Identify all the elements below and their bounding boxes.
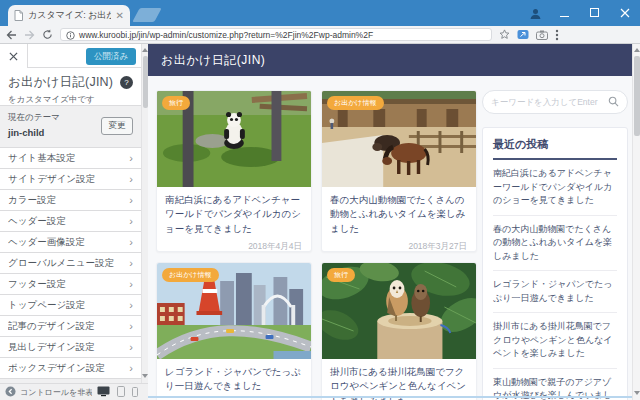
change-theme-button[interactable]: 変更 (101, 117, 133, 135)
recent-post-link[interactable]: 南紀白浜にあるアドベンチャーワールドでパンダやイルカのショーを見てきました (493, 160, 617, 216)
post-badge[interactable]: お出かけ情報 (327, 96, 384, 110)
blog-search-box[interactable] (482, 90, 628, 114)
recent-post-link[interactable]: レゴランド・ジャパンでたっぷり一日遊んできました (493, 271, 617, 313)
menu-item-heading-design[interactable]: 見出しデザイン設定 (0, 337, 141, 358)
post-card-ouchiyama-zoo[interactable]: お出かけ情報 春の大内山動物園でたくさんの動物とふれあいタイムを楽しみました 2… (321, 90, 477, 252)
site-header-title[interactable]: お出かけ日記(JIN) (161, 52, 265, 69)
reload-icon[interactable] (42, 29, 53, 40)
post-title[interactable]: 南紀白浜にあるアドベンチャーワールドでパンダやイルカのショーを見てきました (157, 187, 311, 238)
post-badge[interactable]: 旅行 (162, 96, 190, 110)
mobile-preview-icon[interactable] (132, 383, 138, 400)
post-image-legoland: お出かけ情報 (157, 263, 311, 359)
url-field[interactable]: www.kuroobi.jp/jin/wp-admin/customize.ph… (60, 28, 492, 41)
preview-scrollbar[interactable] (632, 44, 640, 400)
post-date: 2018年4月4日 (157, 238, 311, 252)
search-icon[interactable] (608, 93, 619, 111)
camera-extension-icon[interactable] (536, 30, 548, 40)
customizer-header: お出かけ日記(JIN) をカスタマイズ中です ? (0, 68, 141, 106)
minimize-button[interactable] (550, 0, 580, 26)
post-image-owls: 旅行 (322, 263, 476, 359)
customizer-footer-bar: コントロールを非表示 (0, 383, 148, 400)
search-input[interactable] (491, 97, 604, 107)
maximize-button[interactable] (580, 0, 610, 26)
post-title[interactable]: 春の大内山動物園でたくさんの動物とふれあいタイムを楽しみました (322, 187, 476, 238)
preview-bottom-divider (148, 396, 632, 398)
post-title[interactable]: 掛川市にある掛川花鳥園でフクロウやペンギンと色んなイベントを楽しみました (322, 359, 476, 400)
post-image-ponies: お出かけ情報 (322, 91, 476, 187)
post-card-legoland[interactable]: お出かけ情報 レゴランド・ジャパンでたっぷり一日遊んできました (156, 262, 312, 400)
bookmark-star-icon[interactable] (499, 29, 510, 40)
recent-post-link[interactable]: 掛川市にある掛川花鳥園でフクロウやペンギンと色んなイベントを楽しみました (493, 313, 617, 369)
menu-item-site-design[interactable]: サイトデザイン設定 (0, 169, 141, 190)
url-text: www.kuroobi.jp/jin/wp-admin/customize.ph… (79, 30, 373, 40)
recent-posts-widget: 最近の投稿 南紀白浜にあるアドベンチャーワールドでパンダやイルカのショーを見てき… (482, 127, 628, 400)
forward-icon[interactable] (24, 30, 35, 40)
browser-tab[interactable]: カスタマイズ: お出かけ日記(JIN) ✕ (8, 5, 130, 26)
collapse-controls-icon[interactable] (5, 383, 16, 400)
hide-controls-label[interactable]: コントロールを非表示 (20, 387, 92, 398)
back-icon[interactable] (6, 30, 17, 40)
post-date: 2018年3月27日 (322, 238, 476, 252)
blog-sidebar: 最近の投稿 南紀白浜にあるアドベンチャーワールドでパンダやイルカのショーを見てき… (482, 90, 628, 400)
menu-item-header-image[interactable]: ヘッダー画像設定 (0, 232, 141, 253)
site-header: お出かけ日記(JIN) (148, 44, 632, 76)
menu-item-global-menu[interactable]: グローバルメニュー設定 (0, 253, 141, 274)
window-controls (520, 0, 640, 26)
favicon-page-icon (14, 7, 23, 25)
browser-toolbar: www.kuroobi.jp/jin/wp-admin/customize.ph… (0, 26, 640, 44)
device-preview-switcher (97, 383, 138, 400)
current-theme-block: 現在のテーマ jin-child 変更 (0, 106, 141, 148)
recent-post-link[interactable]: 春の大内山動物園でたくさんの動物とふれあいタイムを楽しみました (493, 216, 617, 272)
menu-item-footer[interactable]: フッター設定 (0, 274, 141, 295)
post-badge[interactable]: 旅行 (327, 268, 355, 282)
post-card-adventure-world[interactable]: 旅行 南紀白浜にあるアドベンチャーワールドでパンダやイルカのショーを見てきました… (156, 90, 312, 252)
desktop-preview-icon[interactable] (97, 383, 110, 400)
menu-item-color[interactable]: カラー設定 (0, 190, 141, 211)
menu-item-top-page[interactable]: トップページ設定 (0, 295, 141, 316)
menu-item-article-design[interactable]: 記事のデザイン設定 (0, 316, 141, 337)
help-icon[interactable]: ? (120, 76, 133, 89)
browser-window: カスタマイズ: お出かけ日記(JIN) ✕ w (0, 0, 640, 400)
publish-button[interactable]: 公開済み (86, 48, 136, 65)
tab-title: カスタマイズ: お出かけ日記(JIN) (28, 9, 111, 22)
info-icon[interactable] (66, 28, 75, 41)
extension-blue-icon[interactable] (517, 29, 529, 40)
customizer-scrollbar[interactable] (141, 44, 148, 383)
post-card-kakegawa-kachoen[interactable]: 旅行 掛川市にある掛川花鳥園でフクロウやペンギンと色んなイベントを楽しみました (321, 262, 477, 400)
close-button[interactable] (610, 0, 640, 26)
post-title[interactable]: レゴランド・ジャパンでたっぷり一日遊んできました (157, 359, 311, 396)
recent-posts-title: 最近の投稿 (493, 137, 617, 160)
tablet-preview-icon[interactable] (117, 383, 125, 400)
customizing-note: をカスタマイズ中です (8, 94, 133, 106)
menu-item-header[interactable]: ヘッダー設定 (0, 211, 141, 232)
profile-icon[interactable] (520, 0, 550, 26)
site-preview: お出かけ日記(JIN) (148, 44, 632, 400)
post-image-panda: 旅行 (157, 91, 311, 187)
menu-item-box-design[interactable]: ボックスデザイン設定 (0, 358, 141, 379)
tab-close-icon[interactable]: ✕ (116, 11, 124, 21)
menu-item-site-basic[interactable]: サイト基本設定 (0, 148, 141, 169)
browser-menu-kebab-icon[interactable] (555, 29, 559, 41)
post-badge[interactable]: お出かけ情報 (162, 268, 219, 282)
customizer-close-icon[interactable] (0, 44, 28, 68)
customizer-site-title: お出かけ日記(JIN) (8, 74, 133, 91)
customizer-menu: サイト基本設定 サイトデザイン設定 カラー設定 ヘッダー設定 ヘッダー画像設定 … (0, 148, 141, 383)
